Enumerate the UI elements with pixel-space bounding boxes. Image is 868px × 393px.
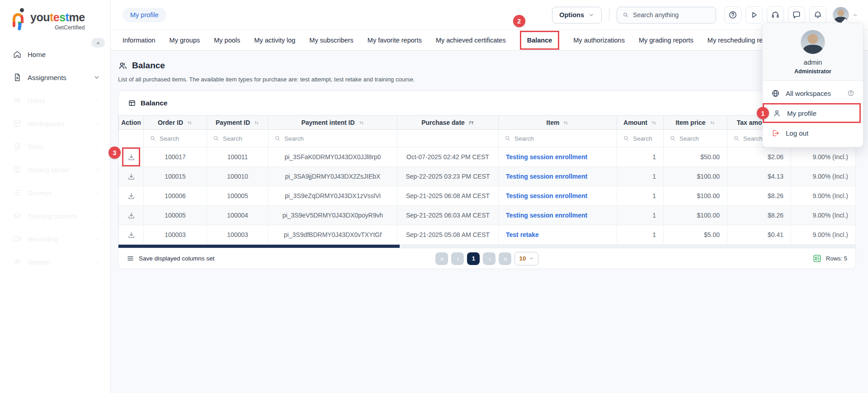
search-icon (733, 135, 740, 142)
download-invoice-button[interactable] (122, 206, 140, 225)
horizontal-scrollbar[interactable] (118, 245, 855, 248)
sidebar-item-tests[interactable]: Tests (9, 137, 104, 156)
column-header-purchase-date[interactable]: Purchase date (397, 116, 499, 130)
chevron-down-icon (93, 120, 100, 127)
tab-my-groups[interactable]: My groups (170, 37, 200, 44)
search-input[interactable] (633, 11, 710, 19)
card-title: Balance (141, 99, 167, 107)
tab-my-activity-log[interactable]: My activity log (254, 37, 295, 44)
pagination: «‹1›»10 (435, 252, 538, 265)
page-size-select[interactable]: 10 (514, 252, 538, 265)
sidebar-item-assignments[interactable]: Assignments (9, 67, 104, 87)
first-page-button[interactable]: « (435, 252, 448, 265)
menu-item-all-workspaces[interactable]: All workspaces (763, 83, 863, 103)
filter-cell-amount[interactable] (617, 130, 664, 147)
search-icon (623, 135, 629, 142)
chevron-down-icon (93, 212, 100, 219)
menu-item-label: All workspaces (786, 90, 831, 97)
global-search[interactable] (617, 7, 716, 24)
item-link[interactable]: Testing session enrollment (506, 173, 587, 180)
column-search-input[interactable] (514, 135, 613, 142)
cell-amount: 1 (617, 206, 664, 225)
support-headset-button[interactable] (767, 6, 784, 24)
column-header-item-price[interactable]: Item price (664, 116, 727, 130)
tab-my-subscribers[interactable]: My subscribers (309, 37, 354, 44)
tab-my-authorizations[interactable]: My authorizations (573, 37, 625, 44)
sidebar-collapse-button[interactable]: « (91, 38, 105, 47)
person-icon (773, 109, 781, 118)
current-page-button[interactable]: 1 (467, 252, 480, 265)
search-icon (213, 135, 219, 142)
filter-cell-item[interactable] (499, 130, 617, 147)
download-invoice-button[interactable] (122, 225, 140, 244)
sidebar-item-surveys[interactable]: Surveys (9, 183, 104, 203)
cell-tax-percentage: 9.00% (Incl.) (791, 167, 856, 186)
card-header: Balance (118, 91, 855, 115)
column-header-amount[interactable]: Amount (617, 116, 664, 130)
column-search-input[interactable] (160, 135, 203, 142)
column-header-order-id[interactable]: Order ID (144, 116, 207, 130)
cell-item-price: $5.00 (664, 225, 727, 245)
prev-page-button[interactable]: ‹ (451, 252, 464, 265)
filter-cell-item-price[interactable] (664, 130, 727, 147)
sidebar-item-testing-center[interactable]: Testing center (9, 160, 104, 180)
column-header-item[interactable]: Item (499, 116, 617, 130)
item-link[interactable]: Testing session enrollment (506, 153, 587, 161)
sidebar-item-training-courses[interactable]: Training courses (9, 206, 104, 226)
cell-payment-id: 100004 (207, 206, 269, 225)
chat-button[interactable] (788, 6, 805, 24)
chevron-down-icon (93, 258, 100, 265)
breadcrumb[interactable]: My profile (123, 8, 166, 22)
sidebar-item-workspaces[interactable]: Workspaces (9, 114, 104, 133)
tab-my-favorite-reports[interactable]: My favorite reports (368, 37, 422, 44)
logo-tagline: GetCertified (30, 24, 85, 31)
column-header-payment-id[interactable]: Payment ID (207, 116, 269, 130)
column-search-input[interactable] (633, 135, 660, 142)
options-button[interactable]: Options (552, 7, 602, 24)
item-link[interactable]: Testing session enrollment (506, 192, 587, 199)
filter-cell-payment-intent-id[interactable] (269, 130, 397, 147)
item-link[interactable]: Test retake (506, 231, 539, 238)
chevron-down-icon (93, 143, 100, 150)
balance-table: ActionOrder IDPayment IDPayment intent I… (118, 115, 856, 245)
download-invoice-button[interactable] (122, 167, 140, 186)
sidebar-item-recording[interactable]: Recording (9, 229, 104, 249)
sidebar-item-system[interactable]: System (9, 252, 104, 272)
sidebar-item-home[interactable]: Home (9, 44, 104, 64)
tab-information[interactable]: Information (123, 37, 156, 44)
tab-balance[interactable]: Balance2 (520, 31, 560, 50)
next-page-button[interactable]: › (483, 252, 495, 265)
tour-play-button[interactable] (745, 6, 763, 24)
menu-item-log-out[interactable]: Log out (763, 123, 863, 143)
tab-my-achieved-certificates[interactable]: My achieved certificates (436, 37, 506, 44)
scrollbar-thumb[interactable] (118, 245, 400, 248)
excel-export-icon[interactable] (813, 254, 821, 263)
filter-cell-payment-id[interactable] (207, 130, 269, 147)
column-search-input[interactable] (679, 135, 723, 142)
item-link[interactable]: Testing session enrollment (506, 212, 587, 219)
cell-payment-id: 100005 (207, 186, 269, 206)
search-icon (150, 135, 156, 142)
column-search-input[interactable] (284, 135, 393, 142)
notifications-bell-button[interactable] (809, 6, 826, 24)
sidebar-item-users[interactable]: Users (9, 90, 104, 110)
table-row: 100005100004pi_3S9eV5DRMY0J43DX0poyR9vhS… (119, 206, 856, 225)
download-invoice-button[interactable]: 3 (122, 147, 140, 166)
tab-my-pools[interactable]: My pools (214, 37, 240, 44)
download-invoice-button[interactable] (122, 186, 140, 205)
gear-icon (13, 257, 22, 266)
cell-purchase-date: Sep-21-2025 05:08 AM CEST (397, 225, 499, 245)
column-search-input[interactable] (223, 135, 264, 142)
menu-item-my-profile[interactable]: My profile1 (763, 103, 861, 123)
last-page-button[interactable]: » (499, 252, 511, 265)
save-columns-button[interactable]: Save displayed columns set (127, 255, 435, 262)
column-header-payment-intent-id[interactable]: Payment intent ID (269, 116, 397, 130)
save-columns-label: Save displayed columns set (139, 255, 214, 262)
action-cell: 3 (119, 147, 144, 167)
tab-my-grading-reports[interactable]: My grading reports (639, 37, 693, 44)
cell-item: Testing session enrollment (499, 167, 617, 186)
help-button[interactable] (724, 6, 741, 24)
options-label: Options (559, 11, 584, 19)
download-icon (127, 211, 136, 220)
filter-cell-order-id[interactable] (144, 130, 207, 147)
